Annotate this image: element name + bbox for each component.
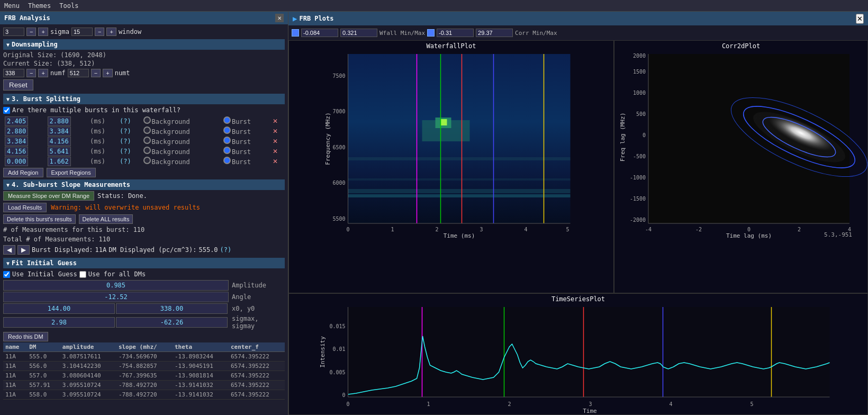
svg-text:-4: -4 [645,227,652,232]
svg-text:1500: 1500 [633,69,646,75]
radio-bg-4[interactable] [143,147,151,154]
left-panel-content: 3 − + sigma 15 − + window ▼ Downsampling… [0,24,288,415]
wfall-band3 [348,189,571,193]
numt-label: numt [115,69,130,77]
wfall-band2 [348,178,571,181]
numf-input[interactable] [3,69,24,77]
dm-q[interactable]: (?) [220,246,232,254]
q-2[interactable]: (?) [120,128,131,135]
burst-splitting-triangle-icon: ▼ [6,96,10,102]
multiple-bursts-checkbox[interactable] [3,107,10,114]
x-btn-2[interactable]: ✕ [273,128,278,135]
measure-slope-btn[interactable]: Measure Slope over DM Range [3,191,94,201]
timeseries-svg: 0 0.005 0.01 0.015 Intensity 0 1 2 3 4 5 [289,304,867,415]
corr-checkbox[interactable] [427,29,435,37]
radio-bg-1[interactable] [143,116,151,124]
results-cell-1-1: 556.0 [27,362,60,371]
numt-minus-btn[interactable]: − [91,69,101,77]
multiple-bursts-row: Are there multiple bursts in this waterf… [3,105,285,115]
x-btn-3[interactable]: ✕ [273,138,278,145]
svg-text:-1500: -1500 [630,196,646,202]
export-regions-btn[interactable]: Export Regions [47,168,96,177]
results-cell-3-3: -788.492720 [116,381,173,390]
results-cell-4-2: 3.095510724 [60,390,116,400]
col-slope: slope (mhz/ [116,342,173,352]
wfall-min-input[interactable] [301,29,338,37]
load-results-btn[interactable]: Load Results [3,203,47,212]
svg-text:0: 0 [747,227,751,232]
burst-val1-5: 0.000 [5,157,28,166]
corr-min-input[interactable] [437,29,474,37]
radio-bg-5[interactable] [143,157,151,164]
numf-minus-btn[interactable]: − [26,69,36,77]
use-initial-guess-label: Use Initial Guess [12,270,77,278]
value1-input[interactable]: 3 [3,28,24,36]
q-5[interactable]: (?) [120,158,131,165]
left-panel-close-button[interactable]: ✕ [275,14,284,22]
radio-burst-4[interactable] [223,147,231,154]
sigma-input[interactable]: 15 [71,28,93,36]
results-cell-4-0: 11A [3,390,27,400]
col-name: name [3,342,27,352]
x-btn-5[interactable]: ✕ [273,158,278,165]
amplitude-val: 0.985 [3,280,229,291]
burst-row-1: 2.405 2.880 (ms) (?) Background Burst ✕ [3,116,285,126]
q-1[interactable]: (?) [120,118,131,125]
radio-bg-2[interactable] [143,127,151,134]
results-cell-2-2: 3.080604140 [60,371,116,381]
wfall-max-input[interactable] [340,29,377,37]
svg-text:5500: 5500 [332,216,345,222]
plots-close-btn[interactable]: ✕ [856,14,864,24]
svg-text:4: 4 [669,401,672,407]
amplitude-label: Amplitude [232,282,285,289]
x-btn-1[interactable]: ✕ [273,118,278,125]
radio-burst-3[interactable] [223,137,231,144]
q-4[interactable]: (?) [120,148,131,155]
svg-text:2: 2 [508,401,511,407]
menu-item-tools[interactable]: Tools [59,2,78,10]
add-region-btn[interactable]: Add Region [3,168,43,177]
sigma-plus-btn[interactable]: + [106,28,116,36]
radio-burst-2[interactable] [223,127,231,134]
x-btn-4[interactable]: ✕ [273,148,278,155]
reset-button[interactable]: Reset [3,79,33,91]
radio-burst-5[interactable] [223,157,231,164]
window-label: window [119,28,141,35]
results-cell-0-1: 555.0 [27,352,60,362]
val1-plus-btn[interactable]: + [38,28,48,36]
delete-burst-btn[interactable]: Delete this burst's results [3,214,76,224]
use-initial-guess-checkbox[interactable] [3,271,10,278]
numt-plus-btn[interactable]: + [103,69,112,77]
wfall-checkbox[interactable] [292,29,299,37]
radio-burst-1[interactable] [223,116,231,124]
radio-bg-3[interactable] [143,137,151,144]
results-cell-1-0: 11A [3,362,27,371]
results-cell-3-0: 11A [3,381,27,390]
sub-burst-title: 4. Sub-burst Slope Measurements [12,181,130,188]
col-theta: theta [173,342,229,352]
svg-text:Intensity: Intensity [319,336,326,368]
numt-input[interactable] [68,69,89,77]
sub-burst-triangle-icon: ▼ [6,182,10,188]
measure-row: Measure Slope over DM Range Status: Done… [3,191,285,201]
results-row-1: 11A556.03.104142230-754.882857-13.904519… [3,362,285,371]
sigma-row: 2.98 -62.26 sigmax, sigmay [3,315,285,330]
menu-item-menu[interactable]: Menu [4,2,20,10]
menu-item-themes[interactable]: Themes [28,2,51,10]
fit-triangle-icon: ▼ [6,260,10,266]
left-panel-title: FRB Analysis [4,14,50,22]
svg-text:1000: 1000 [633,90,646,96]
use-for-all-dms-checkbox[interactable] [79,271,86,278]
results-cell-1-5: 6574.395222 [229,362,285,371]
next-burst-btn[interactable]: ▶ [17,245,30,255]
numf-plus-btn[interactable]: + [38,69,48,77]
burst-val1-2: 2.880 [5,127,28,136]
prev-burst-btn[interactable]: ◀ [3,245,15,255]
q-3[interactable]: (?) [120,138,131,145]
corr-max-input[interactable] [476,29,513,37]
svg-text:0.015: 0.015 [329,323,345,329]
val1-minus-btn[interactable]: − [26,28,36,36]
redo-dm-btn[interactable]: Redo this DM [3,332,48,341]
delete-all-btn[interactable]: Delete ALL results [79,214,133,224]
sigma-minus-btn[interactable]: − [95,28,104,36]
